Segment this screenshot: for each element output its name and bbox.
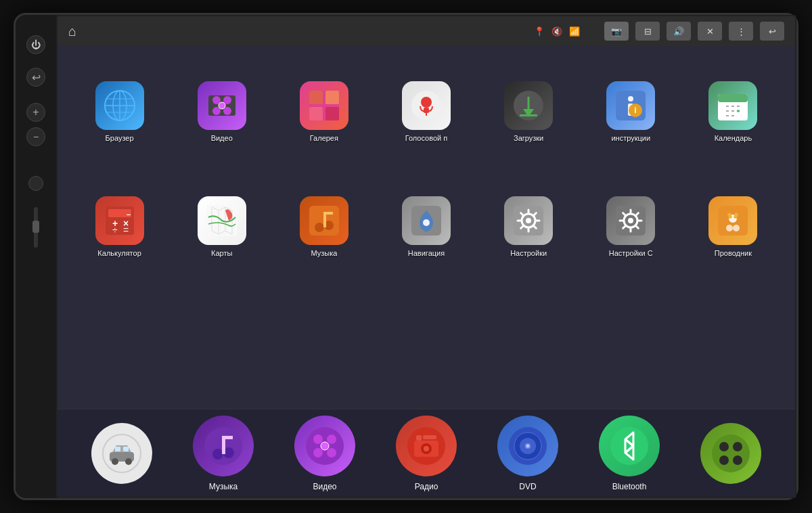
svg-point-118 xyxy=(719,455,729,465)
svg-rect-53 xyxy=(323,212,333,215)
power-button[interactable]: ⏻ xyxy=(26,35,45,54)
screenshot-button[interactable]: 📷 xyxy=(604,22,629,41)
close-icon-box[interactable]: ✕ xyxy=(698,22,722,41)
app-icon-files xyxy=(708,196,757,245)
slider-thumb xyxy=(32,221,39,233)
svg-point-69 xyxy=(628,218,633,223)
main-screen: ⌂ 📍 🔇 📶 📷 ⊟ 🔊 ✕ ⋮ ↩ БраузерВидеоГалереяГ… xyxy=(56,15,796,498)
app-settings2[interactable]: Настройки С xyxy=(583,173,679,283)
app-settings[interactable]: Настройки xyxy=(480,173,577,283)
app-icon-calc: −+×÷= xyxy=(95,196,144,245)
svg-rect-15 xyxy=(309,107,323,120)
svg-text:=: = xyxy=(123,225,129,236)
svg-point-115 xyxy=(712,434,750,472)
svg-line-64 xyxy=(521,213,523,215)
app-icon-voice xyxy=(402,81,451,130)
svg-point-99 xyxy=(327,448,336,458)
app-video[interactable]: Видео xyxy=(173,57,270,167)
app-calc[interactable]: −+×÷=Калькулятор xyxy=(71,173,168,283)
bottom-label-video2: Видео xyxy=(313,482,336,491)
bottom-item-car[interactable] xyxy=(91,423,152,484)
svg-point-111 xyxy=(526,445,529,447)
svg-rect-106 xyxy=(423,435,436,439)
bottom-label-bluetooth: Bluetooth xyxy=(612,482,647,491)
app-label-maps: Карты xyxy=(211,249,232,258)
svg-rect-86 xyxy=(115,447,120,451)
app-icon-video xyxy=(198,81,246,130)
volume-down-button[interactable]: − xyxy=(26,127,45,146)
svg-point-55 xyxy=(423,219,430,226)
svg-point-104 xyxy=(424,446,429,451)
svg-point-58 xyxy=(526,218,531,223)
svg-line-71 xyxy=(637,227,639,229)
app-info[interactable]: iинструкции xyxy=(583,57,679,167)
app-music[interactable]: Музыка xyxy=(275,173,372,283)
app-icon-settings2 xyxy=(606,196,655,245)
app-label-calc: Калькулятор xyxy=(97,249,141,258)
back-button[interactable]: ↩ xyxy=(26,68,45,87)
app-browser[interactable]: Браузер xyxy=(71,57,168,167)
svg-line-66 xyxy=(535,213,537,215)
location-icon: 📍 xyxy=(534,26,545,37)
app-label-calendar: Календарь xyxy=(715,134,752,143)
app-download[interactable]: Загрузки xyxy=(480,57,577,167)
volume-slider[interactable] xyxy=(34,207,38,248)
app-icon-settings xyxy=(504,196,553,245)
bottom-icon-music2 xyxy=(193,416,254,476)
bottom-item-apps[interactable] xyxy=(700,423,761,484)
svg-point-27 xyxy=(628,96,633,102)
bottom-item-music2[interactable]: Музыка xyxy=(193,416,254,491)
app-icon-maps xyxy=(198,196,246,245)
svg-rect-13 xyxy=(309,91,323,104)
svg-text:÷: ÷ xyxy=(112,225,118,236)
bottom-icon-apps xyxy=(700,423,761,484)
svg-point-100 xyxy=(321,442,329,450)
app-gallery[interactable]: Галерея xyxy=(275,57,372,167)
app-icon-calendar xyxy=(708,81,757,130)
menu-button[interactable]: ⋮ xyxy=(729,22,753,41)
home-button[interactable]: ⌂ xyxy=(68,24,76,39)
svg-point-11 xyxy=(219,102,225,109)
status-icons: 📍 🔇 📶 📷 ⊟ 🔊 ✕ ⋮ ↩ xyxy=(534,22,784,41)
bottom-label-dvd: DVD xyxy=(519,482,536,491)
app-icon-nav xyxy=(402,196,451,245)
svg-point-89 xyxy=(125,458,132,465)
svg-point-112 xyxy=(610,427,648,465)
reset-button[interactable] xyxy=(28,176,43,191)
bottom-label-radio: Радио xyxy=(415,482,438,491)
svg-point-97 xyxy=(327,434,336,444)
app-label-gallery: Галерея xyxy=(310,134,338,143)
app-label-info: инструкции xyxy=(611,134,650,143)
app-icon-info: i xyxy=(606,81,655,130)
svg-rect-94 xyxy=(222,436,233,439)
svg-line-62 xyxy=(521,227,523,229)
volume-icon-box[interactable]: 🔊 xyxy=(667,22,691,41)
bottom-item-video2[interactable]: Видео xyxy=(294,416,355,491)
svg-point-117 xyxy=(733,442,742,451)
svg-rect-16 xyxy=(325,107,339,120)
svg-rect-14 xyxy=(325,91,339,104)
app-label-download: Загрузки xyxy=(514,134,543,143)
svg-line-73 xyxy=(623,227,625,229)
app-label-nav: Навигация xyxy=(408,249,445,258)
svg-point-50 xyxy=(315,223,324,232)
svg-point-91 xyxy=(212,449,223,460)
app-label-voice: Голосовой п xyxy=(405,134,448,143)
app-label-browser: Браузер xyxy=(106,134,134,143)
app-maps[interactable]: Карты xyxy=(173,173,270,283)
svg-line-60 xyxy=(535,227,537,229)
app-voice[interactable]: Голосовой п xyxy=(378,57,474,167)
android-back-button[interactable]: ↩ xyxy=(760,22,784,41)
bottom-item-dvd[interactable]: DVD xyxy=(497,416,558,491)
app-nav[interactable]: Навигация xyxy=(378,173,474,283)
app-calendar[interactable]: Календарь xyxy=(685,57,782,167)
window-button[interactable]: ⊟ xyxy=(635,22,660,41)
app-files[interactable]: Проводник xyxy=(685,173,782,283)
volume-up-button[interactable]: + xyxy=(26,103,45,122)
svg-point-98 xyxy=(313,448,323,458)
bottom-icon-video2 xyxy=(294,416,355,476)
wifi-icon: 📶 xyxy=(569,26,580,37)
bottom-item-radio[interactable]: Радио xyxy=(396,416,457,491)
bottom-item-bluetooth[interactable]: Bluetooth xyxy=(599,416,660,491)
svg-point-119 xyxy=(733,455,742,465)
